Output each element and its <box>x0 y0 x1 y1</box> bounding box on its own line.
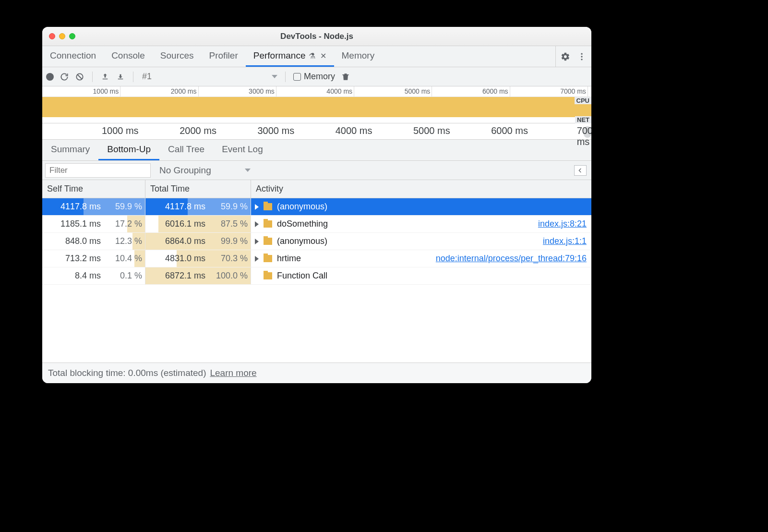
ruler-tick-label: 1000 ms <box>102 125 139 136</box>
filter-bar: No Grouping <box>42 161 591 180</box>
performance-toolbar: Memory <box>42 67 591 86</box>
reload-icon[interactable] <box>60 72 69 82</box>
window-close-button[interactable] <box>49 33 55 39</box>
cell-activity: hrtimenode:internal/process/per_thread:7… <box>251 250 591 267</box>
overview-tick-label: 5000 ms <box>405 87 431 95</box>
flamechart-ruler[interactable]: 1000 ms2000 ms3000 ms4000 ms5000 ms6000 … <box>42 123 591 140</box>
filter-input[interactable] <box>45 163 151 178</box>
overview-tick-label: 3000 ms <box>249 87 275 95</box>
ruler-tick-label: 2000 ms <box>180 125 216 136</box>
panel-tabbar: ConnectionConsoleSourcesProfilerPerforma… <box>42 46 591 67</box>
tab-memory[interactable]: Memory <box>334 46 383 67</box>
time-pct: 0.1 % <box>102 271 145 281</box>
tab-label: Console <box>111 50 145 61</box>
overview-tick: 1000 ms <box>120 86 120 97</box>
folder-icon <box>264 203 272 210</box>
time-pct: 12.3 % <box>102 236 145 246</box>
titlebar: DevTools - Node.js <box>42 27 591 46</box>
svg-point-0 <box>581 53 582 54</box>
traffic-lights <box>49 33 75 39</box>
toolbar-separator <box>92 72 93 82</box>
table-header: Self Time Total Time Activity <box>42 180 591 198</box>
toolbar-separator <box>133 72 133 82</box>
time-pct: 59.9 % <box>102 202 145 212</box>
tabbar-actions <box>555 46 591 67</box>
cell-total-time: 4831.0 ms70.3 % <box>145 250 251 267</box>
time-ms: 8.4 ms <box>42 271 102 281</box>
expand-icon[interactable] <box>255 239 259 244</box>
upload-icon[interactable] <box>100 72 110 82</box>
overview-tick-label: 1000 ms <box>93 87 119 95</box>
memory-checkbox[interactable]: Memory <box>293 72 335 82</box>
expand-icon[interactable] <box>255 221 259 227</box>
folder-icon <box>264 220 272 228</box>
time-ms: 713.2 ms <box>42 254 102 264</box>
source-link[interactable]: index.js:1:1 <box>543 236 587 246</box>
details-tabs: SummaryBottom-UpCall TreeEvent Log <box>42 140 591 161</box>
trash-icon[interactable] <box>341 72 350 82</box>
details-tab-event-log[interactable]: Event Log <box>213 140 272 160</box>
svg-rect-5 <box>103 78 108 79</box>
tab-sources[interactable]: Sources <box>153 46 202 67</box>
folder-icon <box>264 255 272 262</box>
time-pct: 99.9 % <box>206 236 251 246</box>
overview-tick: 3000 ms <box>276 86 276 97</box>
expand-icon[interactable] <box>255 204 259 210</box>
status-text: Total blocking time: 0.00ms (estimated) <box>48 368 206 378</box>
tab-label: Sources <box>160 50 194 61</box>
source-link[interactable]: index.js:8:21 <box>538 219 587 229</box>
activity-name: (anonymous) <box>277 202 327 212</box>
cell-self-time: 848.0 ms12.3 % <box>42 233 145 250</box>
svg-point-2 <box>581 59 582 60</box>
cell-total-time: 6872.1 ms100.0 % <box>145 267 251 285</box>
overview-tick-label: 6000 ms <box>482 87 508 95</box>
tab-close-icon[interactable]: ✕ <box>320 51 326 60</box>
recording-dropdown-icon[interactable] <box>272 75 277 78</box>
details-tab-summary[interactable]: Summary <box>42 140 98 160</box>
cell-self-time: 8.4 ms0.1 % <box>42 267 145 285</box>
time-ms: 848.0 ms <box>42 236 102 246</box>
clear-icon[interactable] <box>75 72 84 82</box>
record-button[interactable] <box>46 73 54 81</box>
grouping-select[interactable]: No Grouping <box>159 165 251 176</box>
tab-label: Profiler <box>209 50 238 61</box>
time-pct: 100.0 % <box>206 271 251 281</box>
source-link[interactable]: node:internal/process/per_thread:79:16 <box>436 254 587 264</box>
details-tab-bottom-up[interactable]: Bottom-Up <box>98 140 159 160</box>
window-minimize-button[interactable] <box>59 33 65 39</box>
activity-name: Function Call <box>277 271 327 281</box>
activity-name: (anonymous) <box>277 236 327 246</box>
time-pct: 59.9 % <box>206 202 251 212</box>
recording-name-input[interactable] <box>141 71 266 82</box>
toolbar-separator <box>285 72 286 82</box>
cell-self-time: 713.2 ms10.4 % <box>42 250 145 267</box>
window-zoom-button[interactable] <box>69 33 75 39</box>
window-title: DevTools - Node.js <box>42 32 591 41</box>
cell-activity: (anonymous) <box>251 198 591 216</box>
col-total-time[interactable]: Total Time <box>145 180 251 198</box>
tab-label: Memory <box>342 50 375 61</box>
time-pct: 10.4 % <box>102 254 145 264</box>
reveal-heaviest-stack-button[interactable] <box>574 165 587 176</box>
time-pct: 70.3 % <box>206 254 251 264</box>
overview-tick: 7000 ms <box>588 86 588 97</box>
devtools-window: DevTools - Node.js ConnectionConsoleSour… <box>42 27 591 383</box>
more-icon[interactable] <box>577 52 587 61</box>
chevron-down-icon <box>245 169 251 172</box>
col-activity[interactable]: Activity <box>251 180 591 198</box>
overview-tick-label: 2000 ms <box>171 87 197 95</box>
tab-performance[interactable]: Performance⚗✕ <box>246 46 334 67</box>
status-learn-more-link[interactable]: Learn more <box>210 368 256 378</box>
table-body: 4117.8 ms59.9 %4117.8 ms59.9 %(anonymous… <box>42 198 591 363</box>
expand-icon[interactable] <box>255 256 259 262</box>
download-icon[interactable] <box>116 72 125 82</box>
tab-connection[interactable]: Connection <box>42 46 104 67</box>
tab-console[interactable]: Console <box>104 46 153 67</box>
overview-timeline[interactable]: 1000 ms2000 ms3000 ms4000 ms5000 ms6000 … <box>42 86 591 123</box>
col-self-time[interactable]: Self Time <box>42 180 145 198</box>
settings-icon[interactable] <box>561 52 570 61</box>
tab-profiler[interactable]: Profiler <box>202 46 246 67</box>
checkbox-icon <box>293 73 301 81</box>
time-pct: 17.2 % <box>102 219 145 229</box>
details-tab-call-tree[interactable]: Call Tree <box>159 140 213 160</box>
